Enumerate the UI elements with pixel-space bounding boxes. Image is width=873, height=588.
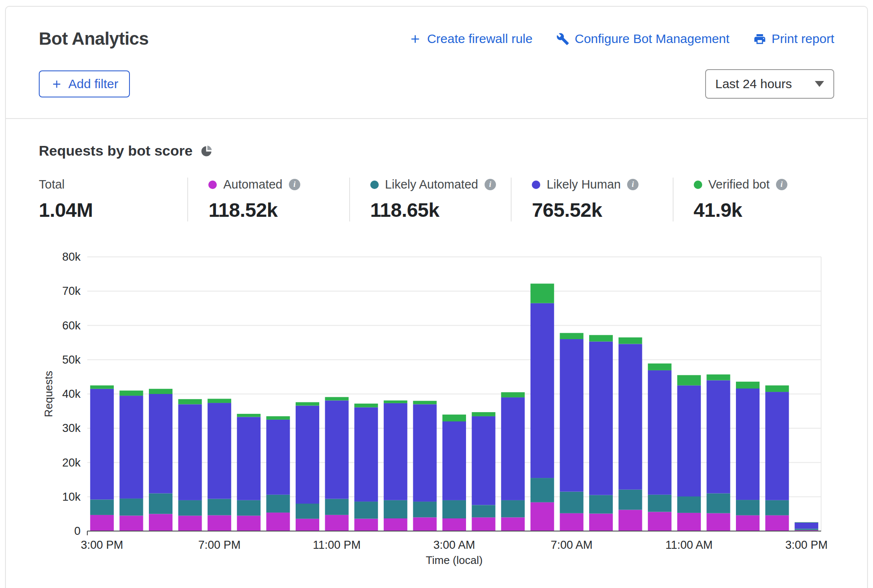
bar-segment-automated: [765, 515, 789, 531]
stat-automated: Automated i 118.52k: [187, 178, 349, 221]
bar-segment-likely-human: [765, 392, 789, 500]
bar-segment-likely-human: [677, 386, 701, 496]
bar-segment-likely-human: [560, 339, 583, 492]
bar-segment-automated: [706, 513, 730, 531]
x-tick-label: 3:00 AM: [433, 539, 475, 551]
info-icon[interactable]: i: [485, 179, 496, 190]
bar-segment-automated: [560, 513, 583, 531]
plus-icon: [51, 78, 63, 90]
y-tick-label: 30k: [62, 422, 81, 434]
section-title: Requests by bot score: [39, 143, 193, 159]
bar-segment-likely-automated: [677, 496, 701, 513]
bar-segment-likely-automated: [442, 500, 466, 518]
likely-automated-legend-dot: [370, 181, 379, 189]
bar-segment-likely-automated: [765, 500, 789, 515]
stat-verified-bot: Verified bot i 41.9k: [673, 178, 834, 221]
bar-segment-likely-human: [619, 344, 642, 489]
bar-segment-likely-automated: [589, 495, 613, 514]
bar-segment-likely-human: [795, 523, 818, 529]
add-filter-button[interactable]: Add filter: [39, 70, 130, 97]
y-tick-label: 10k: [62, 491, 81, 503]
bar-segment-automated: [736, 515, 760, 531]
y-tick-label: 70k: [62, 285, 81, 297]
bar-segment-likely-automated: [413, 502, 436, 517]
bar-segment-automated: [90, 515, 114, 531]
requests-chart: Requests Time (local) 010k20k30k40k50k60…: [39, 236, 834, 568]
bar-segment-likely-automated: [706, 494, 730, 513]
stat-automated-label: Automated: [223, 178, 282, 192]
info-icon[interactable]: i: [776, 179, 787, 190]
bar-segment-likely-human: [266, 420, 290, 495]
x-axis-title: Time (local): [426, 554, 483, 566]
bar-segment-verified-bot: [90, 386, 114, 389]
bar-segment-likely-automated: [736, 500, 760, 515]
x-tick-label: 7:00 PM: [198, 539, 241, 551]
bar-segment-likely-automated: [619, 490, 642, 510]
stat-automated-value: 118.52k: [208, 198, 349, 221]
plus-icon: [409, 32, 422, 46]
bar-segment-verified-bot: [237, 414, 261, 417]
bar-segment-likely-human: [472, 416, 496, 505]
bar-segment-likely-automated: [178, 500, 202, 516]
printer-icon: [753, 32, 766, 46]
bar-segment-likely-automated: [501, 500, 525, 518]
bar-segment-automated: [648, 512, 671, 531]
y-tick-label: 80k: [62, 251, 81, 263]
chevron-down-icon: [815, 81, 824, 87]
create-firewall-rule-link[interactable]: Create firewall rule: [409, 32, 533, 46]
bar-segment-likely-automated: [354, 502, 378, 519]
info-icon[interactable]: i: [289, 179, 300, 190]
bar-segment-likely-automated: [207, 499, 231, 515]
x-tick-label: 3:00 PM: [785, 539, 828, 551]
bar-segment-likely-automated: [560, 492, 583, 513]
bar-segment-verified-bot: [648, 364, 671, 370]
bar-segment-automated: [178, 515, 202, 531]
bar-segment-likely-human: [207, 403, 231, 499]
bar-segment-verified-bot: [677, 375, 701, 385]
bar-segment-likely-human: [589, 342, 613, 495]
bar-segment-verified-bot: [442, 415, 466, 421]
bar-segment-verified-bot: [266, 416, 290, 420]
bar-segment-likely-human: [706, 380, 730, 494]
x-tick-label: 3:00 PM: [81, 539, 124, 551]
stat-likely-automated-label: Likely Automated: [385, 178, 478, 192]
bar-segment-automated: [501, 518, 525, 531]
automated-legend-dot: [208, 181, 217, 189]
print-report-label: Print report: [772, 32, 834, 46]
bar-segment-likely-human: [531, 303, 554, 478]
bar-segment-likely-human: [296, 406, 319, 504]
card-header: Bot Analytics Create firewall rule Confi…: [6, 7, 867, 119]
stat-likely-human-label: Likely Human: [547, 178, 621, 192]
bar-segment-verified-bot: [589, 335, 613, 341]
pie-chart-icon: [200, 145, 213, 157]
bar-segment-verified-bot: [619, 337, 642, 344]
bar-segment-verified-bot: [795, 522, 818, 523]
y-axis-title: Requests: [42, 371, 55, 417]
bar-segment-likely-automated: [266, 495, 290, 512]
bar-segment-likely-human: [413, 404, 436, 502]
bar-segment-likely-human: [736, 388, 760, 500]
configure-bot-management-link[interactable]: Configure Bot Management: [556, 32, 730, 46]
bar-segment-likely-human: [384, 403, 407, 500]
bar-segment-likely-human: [354, 407, 378, 502]
verified-bot-legend-dot: [694, 181, 702, 189]
print-report-link[interactable]: Print report: [753, 32, 834, 46]
bar-segment-verified-bot: [384, 400, 407, 403]
bar-segment-likely-human: [442, 421, 466, 500]
stat-likely-human: Likely Human i 765.52k: [511, 178, 672, 221]
bot-analytics-card: Bot Analytics Create firewall rule Confi…: [5, 6, 868, 588]
bar-segment-automated: [531, 502, 554, 531]
info-icon[interactable]: i: [627, 179, 639, 190]
bar-segment-automated: [472, 518, 496, 531]
bar-segment-likely-human: [501, 397, 525, 500]
wrench-icon: [556, 32, 569, 46]
bar-segment-verified-bot: [413, 401, 436, 404]
bar-segment-likely-automated: [472, 505, 496, 517]
header-actions: Create firewall rule Configure Bot Manag…: [409, 32, 834, 46]
stat-verified-bot-value: 41.9k: [694, 198, 834, 221]
time-range-dropdown[interactable]: Last 24 hours: [705, 69, 834, 99]
bar-segment-likely-automated: [149, 494, 172, 514]
x-tick-label: 7:00 AM: [551, 539, 593, 551]
bar-segment-likely-human: [648, 370, 671, 495]
stat-total-label: Total: [39, 178, 65, 192]
